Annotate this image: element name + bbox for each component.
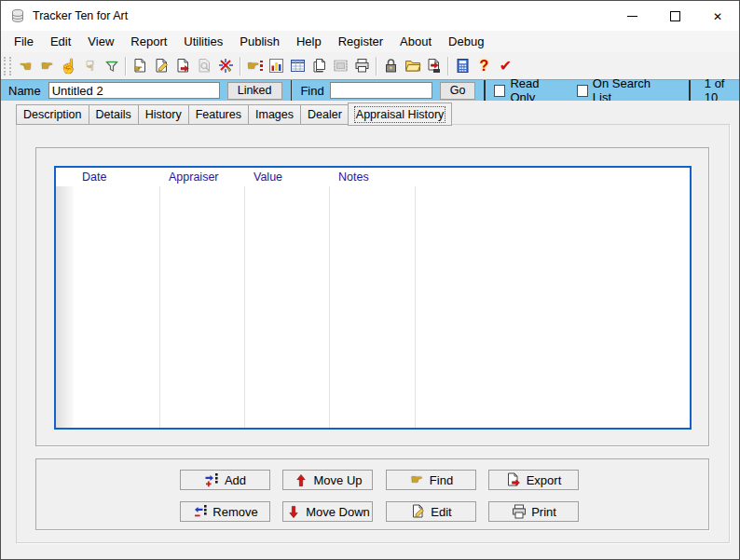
appraisal-table[interactable]: Date Appraiser Value Notes: [54, 166, 692, 430]
calculator-icon[interactable]: [452, 56, 473, 76]
toolbar-separator: [125, 57, 127, 75]
toolbar-separator: [447, 57, 449, 75]
tab-label: Description: [23, 108, 82, 121]
export-record-icon[interactable]: [423, 56, 445, 76]
new-record-icon[interactable]: ☛: [130, 56, 151, 76]
column-header-appraiser: Appraiser: [161, 171, 246, 184]
images-icon[interactable]: [330, 56, 351, 76]
linked-button[interactable]: Linked: [227, 82, 282, 100]
hand-left-icon[interactable]: [15, 56, 36, 76]
close-icon: [713, 7, 722, 24]
menu-file[interactable]: File: [6, 32, 42, 51]
menu-about[interactable]: About: [391, 32, 440, 51]
name-input[interactable]: [48, 82, 220, 99]
hand-up-icon[interactable]: [58, 56, 79, 76]
chart-report-icon[interactable]: [266, 56, 287, 76]
toolbar: ☛: [1, 52, 739, 79]
window-title: Tracker Ten for Art: [33, 9, 128, 22]
tab-details[interactable]: Details: [89, 104, 138, 125]
appraisal-table-header: Date Appraiser Value Notes: [56, 168, 690, 186]
toolbar-grip[interactable]: [4, 57, 11, 75]
find-button[interactable]: Find: [386, 470, 476, 490]
find-hand-icon: [409, 472, 425, 487]
on-search-list-checkbox[interactable]: [577, 85, 588, 97]
maximize-button[interactable]: [653, 1, 696, 31]
grid-view-icon[interactable]: [287, 56, 308, 76]
close-button[interactable]: [696, 1, 739, 31]
edit-icon: [410, 504, 426, 519]
validate-icon[interactable]: [495, 56, 516, 76]
lock-icon[interactable]: [380, 56, 402, 76]
move-up-button-label: Move Up: [313, 473, 362, 487]
export-button[interactable]: Export: [488, 470, 579, 490]
menu-report[interactable]: Report: [122, 32, 175, 51]
menu-debug[interactable]: Debug: [440, 32, 492, 51]
tab-features[interactable]: Features: [188, 104, 248, 125]
toolbar-separator: [240, 57, 241, 75]
column-divider: [415, 186, 416, 428]
move-up-button[interactable]: Move Up: [282, 470, 373, 490]
add-icon: [204, 472, 220, 487]
row-selector-gutter: [56, 186, 74, 428]
move-down-button[interactable]: Move Down: [282, 501, 373, 522]
menu-register[interactable]: Register: [330, 32, 391, 51]
add-button-label: Add: [225, 473, 246, 487]
column-divider: [159, 186, 160, 428]
minimize-button[interactable]: [610, 1, 653, 31]
tab-label: Features: [196, 108, 241, 121]
menu-utilities[interactable]: Utilities: [175, 32, 231, 51]
menu-view[interactable]: View: [79, 32, 122, 51]
find-label: Find: [300, 84, 323, 98]
open-folder-icon[interactable]: [402, 56, 423, 76]
hand-down-icon[interactable]: [79, 56, 101, 76]
move-up-icon: [293, 472, 308, 487]
menu-bar: File Edit View Report Utilities Publish …: [1, 31, 739, 52]
tab-description[interactable]: Description: [16, 104, 89, 125]
tab-label: Appraisal History: [356, 108, 444, 121]
edit-record-icon[interactable]: [151, 56, 172, 76]
tab-label: Dealer: [308, 108, 342, 121]
remove-button-label: Remove: [212, 505, 257, 519]
move-down-icon: [285, 504, 301, 519]
tab-images[interactable]: Images: [248, 104, 300, 125]
find-record-icon[interactable]: [244, 56, 266, 76]
print-button[interactable]: Print: [488, 501, 579, 522]
find-input[interactable]: [330, 82, 432, 99]
save-record-icon[interactable]: [172, 56, 194, 76]
add-button[interactable]: Add: [180, 470, 270, 490]
menu-edit[interactable]: Edit: [42, 32, 79, 51]
svg-text:☛: ☛: [134, 63, 143, 74]
help-icon[interactable]: [473, 56, 495, 76]
remove-button[interactable]: Remove: [180, 501, 270, 522]
filter-icon[interactable]: [101, 56, 122, 76]
toolbar-separator: [376, 57, 377, 75]
hand-right-icon[interactable]: [36, 56, 58, 76]
main-content: Description Details History Features Ima…: [1, 101, 739, 559]
move-down-button-label: Move Down: [306, 505, 370, 519]
column-header-date: Date: [75, 171, 161, 184]
preview-record-icon[interactable]: [194, 56, 215, 76]
tab-appraisal-history[interactable]: Appraisal History: [348, 102, 452, 126]
record-bar-divider: [484, 80, 486, 101]
tab-history[interactable]: History: [138, 104, 188, 125]
tab-dealer[interactable]: Dealer: [300, 104, 349, 125]
find-hand-glyph: [247, 59, 259, 73]
print-button-label: Print: [531, 505, 556, 519]
print-icon[interactable]: [351, 56, 373, 76]
find-dots: [260, 61, 263, 72]
menu-publish[interactable]: Publish: [231, 32, 288, 51]
delete-record-icon[interactable]: [215, 56, 237, 76]
record-bar-divider: [291, 80, 293, 101]
appraisal-table-body[interactable]: [56, 186, 690, 428]
go-button[interactable]: Go: [440, 82, 476, 100]
tab-label: Images: [255, 108, 294, 121]
name-label: Name: [8, 84, 41, 98]
column-header-value: Value: [246, 171, 331, 184]
appraisal-history-panel: Date Appraiser Value Notes: [16, 124, 730, 543]
read-only-checkbox[interactable]: [494, 85, 505, 97]
edit-button[interactable]: Edit: [386, 501, 476, 522]
app-icon: [10, 8, 25, 23]
menu-help[interactable]: Help: [288, 32, 330, 51]
copy-pages-icon[interactable]: [308, 56, 330, 76]
appraisal-table-groupbox: Date Appraiser Value Notes: [35, 147, 709, 446]
